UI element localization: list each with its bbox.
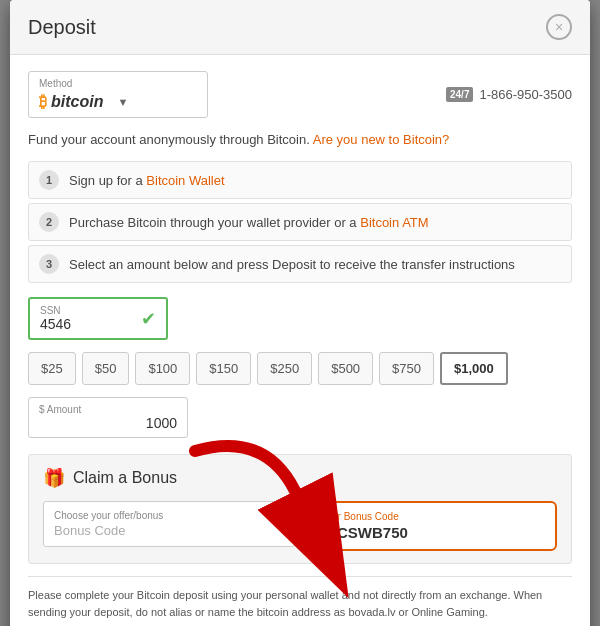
amount-button[interactable]: $50 <box>82 352 130 385</box>
bonus-select-wrap: Choose your offer/bonus Bonus Code ▼ <box>43 501 295 551</box>
bonus-header: 🎁 Claim a Bonus <box>43 467 557 489</box>
method-label: Method <box>39 78 197 89</box>
step-3-num: 3 <box>39 254 59 274</box>
amount-input-value: 1000 <box>39 415 177 431</box>
info-text: Fund your account anonymously through Bi… <box>28 132 572 147</box>
bitcoin-atm-link[interactable]: Bitcoin ATM <box>360 215 428 230</box>
bitcoin-logo: ₿ bitcoin <box>39 93 103 111</box>
deposit-modal: Deposit × Method ₿ bitcoin ▼ 24/7 1-866-… <box>10 0 590 626</box>
bonus-select[interactable]: Choose your offer/bonus Bonus Code ▼ <box>43 501 295 547</box>
modal-title: Deposit <box>28 16 96 39</box>
ssn-check-icon: ✔ <box>141 308 156 330</box>
step-1: 1 Sign up for a Bitcoin Wallet <box>28 161 572 199</box>
amount-button[interactable]: $250 <box>257 352 312 385</box>
gift-icon: 🎁 <box>43 467 65 489</box>
bonus-code-value: BTCSWB750 <box>317 524 545 541</box>
step-3: 3 Select an amount below and press Depos… <box>28 245 572 283</box>
step-3-text: Select an amount below and press Deposit… <box>69 257 515 272</box>
close-button[interactable]: × <box>546 14 572 40</box>
amount-buttons: $25$50$100$150$250$500$750$1,000 <box>28 352 572 385</box>
step-1-num: 1 <box>39 170 59 190</box>
disclaimer: Please complete your Bitcoin deposit usi… <box>28 576 572 620</box>
chevron-down-icon: ▼ <box>117 96 128 108</box>
method-inner: ₿ bitcoin ▼ <box>39 93 197 111</box>
bitcoin-wallet-link[interactable]: Bitcoin Wallet <box>146 173 224 188</box>
method-row: Method ₿ bitcoin ▼ 24/7 1-866-950-3500 <box>28 71 572 118</box>
ssn-inner: SSN 4546 <box>40 305 71 332</box>
amount-input-label: $ Amount <box>39 404 177 415</box>
step-2-num: 2 <box>39 212 59 232</box>
amount-button[interactable]: $25 <box>28 352 76 385</box>
bonus-select-value: Bonus Code <box>54 523 126 538</box>
bonus-inputs: Choose your offer/bonus Bonus Code ▼ <box>43 501 557 551</box>
amount-button[interactable]: $150 <box>196 352 251 385</box>
ssn-label: SSN <box>40 305 71 316</box>
amount-button[interactable]: $100 <box>135 352 190 385</box>
ssn-box: SSN 4546 ✔ <box>28 297 168 340</box>
ssn-row: SSN 4546 ✔ <box>28 297 572 340</box>
phone-badge: 24/7 <box>446 87 473 102</box>
amount-button[interactable]: $500 <box>318 352 373 385</box>
bonus-section: 🎁 Claim a Bonus Choose your offer/bonus … <box>28 454 572 564</box>
ssn-value: 4546 <box>40 316 71 332</box>
method-select[interactable]: Method ₿ bitcoin ▼ <box>28 71 208 118</box>
bonus-code-box[interactable]: Enter Bonus Code BTCSWB750 <box>305 501 557 551</box>
steps: 1 Sign up for a Bitcoin Wallet 2 Purchas… <box>28 161 572 283</box>
modal-body: Method ₿ bitcoin ▼ 24/7 1-866-950-3500 F… <box>10 55 590 626</box>
phone-area: 24/7 1-866-950-3500 <box>446 87 572 102</box>
amount-input-box: $ Amount 1000 <box>28 397 188 438</box>
amount-button[interactable]: $1,000 <box>440 352 508 385</box>
bonus-code-wrap: Enter Bonus Code BTCSWB750 <box>305 501 557 551</box>
bonus-chevron-icon: ▼ <box>271 517 284 532</box>
modal-header: Deposit × <box>10 0 590 55</box>
bonus-select-label: Choose your offer/bonus <box>54 510 163 521</box>
phone-number: 1-866-950-3500 <box>479 87 572 102</box>
bonus-code-label: Enter Bonus Code <box>317 511 545 522</box>
bitcoin-icon: ₿ <box>39 93 47 111</box>
bitcoin-text: bitcoin <box>51 93 103 111</box>
step-2-text: Purchase Bitcoin through your wallet pro… <box>69 215 429 230</box>
amount-button[interactable]: $750 <box>379 352 434 385</box>
step-2: 2 Purchase Bitcoin through your wallet p… <box>28 203 572 241</box>
new-to-bitcoin-link[interactable]: Are you new to Bitcoin? <box>313 132 450 147</box>
step-1-text: Sign up for a Bitcoin Wallet <box>69 173 225 188</box>
amount-input-row: $ Amount 1000 <box>28 397 572 438</box>
bonus-title: Claim a Bonus <box>73 469 177 487</box>
